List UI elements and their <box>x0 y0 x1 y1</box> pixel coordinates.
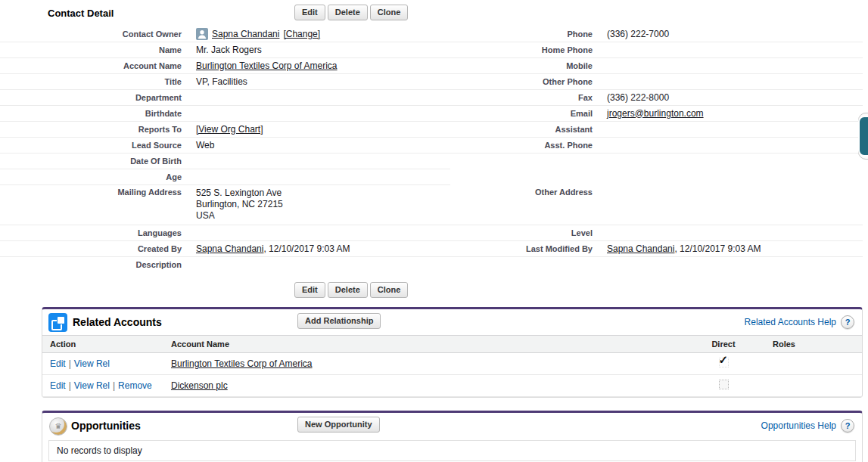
edit-button-bottom[interactable]: Edit <box>294 282 325 298</box>
field-label: Department <box>0 93 182 102</box>
add-relationship-button[interactable]: Add Relationship <box>297 313 381 329</box>
contact-detail-page: Contact Detail EditDeleteClone Contact O… <box>0 0 868 462</box>
field-row-title: Title VP, Facilities <box>0 74 450 90</box>
field-row-birthdate: Birthdate <box>0 106 450 122</box>
edit-action-link[interactable]: Edit <box>50 380 66 391</box>
column-header-account-name: Account Name <box>163 336 682 353</box>
field-row-contact-owner: Contact Owner Sapna Chandani [Change] <box>0 26 450 42</box>
pipe-separator: | <box>113 380 115 391</box>
user-avatar-icon <box>196 28 208 40</box>
field-value: (336) 222-8000 <box>607 92 669 104</box>
roles-cell <box>765 375 862 397</box>
field-row-phone: Phone (336) 222-7000 <box>450 26 863 42</box>
detail-left-column: Contact Owner Sapna Chandani [Change] Na… <box>0 26 450 272</box>
related-accounts-title: Related Accounts <box>73 316 162 328</box>
detail-right-column: Phone (336) 222-7000 Home Phone Mobile O… <box>450 26 863 272</box>
account-row-link[interactable]: Dickenson plc <box>171 380 228 391</box>
field-row-level: Level <box>450 225 863 241</box>
account-row-link[interactable]: Burlington Textiles Corp of America <box>171 358 313 369</box>
change-owner-link[interactable]: [Change] <box>283 29 320 40</box>
field-row-mailing-address: Mailing Address 525 S. Lexington Ave Bur… <box>0 185 450 225</box>
last-modified-by-link[interactable]: Sapna Chandani <box>607 243 674 254</box>
field-label: Asst. Phone <box>450 141 593 150</box>
column-header-action: Action <box>42 336 163 353</box>
field-row-age: Age <box>0 169 450 185</box>
opportunities-section: ♛ Opportunities New Opportunity Opportun… <box>42 411 863 462</box>
related-accounts-header: Related Accounts Add Relationship Relate… <box>42 309 862 335</box>
field-label: Name <box>0 45 182 54</box>
column-header-direct: Direct <box>682 336 765 353</box>
field-label: Date Of Birth <box>0 157 182 166</box>
new-opportunity-button[interactable]: New Opportunity <box>297 417 380 433</box>
help-icon[interactable]: ? <box>841 419 854 433</box>
roles-cell <box>765 353 862 375</box>
related-accounts-table: Action Account Name Direct Roles Edit|Vi… <box>42 335 862 397</box>
last-modified-datetime: , 12/10/2017 9:03 AM <box>674 243 761 254</box>
field-row-email: Email jrogers@burlington.com <box>450 106 863 122</box>
help-icon[interactable]: ? <box>841 315 854 329</box>
delete-button-bottom[interactable]: Delete <box>328 282 368 298</box>
opportunities-icon: ♛ <box>49 417 67 436</box>
field-label: Other Phone <box>450 77 593 86</box>
field-row-description: Description <box>0 257 450 272</box>
contact-owner-link[interactable]: Sapna Chandani <box>212 29 279 40</box>
field-row-reports-to: Reports To [View Org Chart] <box>0 122 450 138</box>
email-link[interactable]: jrogers@burlington.com <box>607 108 704 119</box>
field-label: Other Address <box>450 188 593 197</box>
field-row-fax: Fax (336) 222-8000 <box>450 90 863 106</box>
field-label: Title <box>0 77 182 86</box>
table-header-row: Action Account Name Direct Roles <box>42 336 862 353</box>
checkmark-icon: ✓ <box>719 353 729 367</box>
field-label: Mobile <box>450 61 593 70</box>
view-org-chart-link[interactable]: [View Org Chart] <box>196 124 263 135</box>
view-rel-action-link[interactable]: View Rel <box>74 380 110 391</box>
field-row-created-by: Created By Sapna Chandani, 12/10/2017 9:… <box>0 241 450 257</box>
field-row-assistant: Assistant <box>450 122 863 138</box>
detail-section: Contact Owner Sapna Chandani [Change] Na… <box>0 26 868 272</box>
field-row-other-address: Other Address <box>450 185 863 225</box>
field-label: Assistant <box>450 125 593 134</box>
page-title: Contact Detail <box>48 8 114 19</box>
field-label: Reports To <box>0 125 182 134</box>
field-label: Level <box>450 228 593 237</box>
clone-button-bottom[interactable]: Clone <box>370 282 409 298</box>
field-label: Email <box>450 109 593 118</box>
column-header-roles: Roles <box>765 336 862 353</box>
field-label: Account Name <box>0 61 182 70</box>
side-pull-tab[interactable] <box>858 116 868 157</box>
opportunities-header: ♛ Opportunities New Opportunity Opportun… <box>42 413 862 439</box>
related-accounts-help-link[interactable]: Related Accounts Help <box>745 317 836 327</box>
created-by-link[interactable]: Sapna Chandani <box>196 243 263 254</box>
field-row-lead-source: Lead Source Web <box>0 138 450 153</box>
field-label: Birthdate <box>0 109 182 118</box>
field-value: 525 S. Lexington Ave Burlington, NC 2721… <box>196 188 283 222</box>
remove-action-link[interactable]: Remove <box>118 380 152 391</box>
field-row-department: Department <box>0 90 450 106</box>
field-value: (336) 222-7000 <box>607 29 669 40</box>
field-row-last-modified-by: Last Modified By Sapna Chandani, 12/10/2… <box>450 241 863 257</box>
view-rel-action-link[interactable]: View Rel <box>74 358 110 369</box>
opportunities-help-link[interactable]: Opportunities Help <box>761 420 836 431</box>
field-row-asst-phone: Asst. Phone <box>450 138 863 153</box>
opportunities-body: No records to display <box>42 439 862 462</box>
field-row-name: Name Mr. Jack Rogers <box>0 42 450 58</box>
field-label: Lead Source <box>0 141 182 150</box>
field-label: Mailing Address <box>0 188 182 197</box>
account-name-link[interactable]: Burlington Textiles Corp of America <box>196 60 338 71</box>
detail-spacer <box>450 153 863 185</box>
edit-action-link[interactable]: Edit <box>50 358 66 369</box>
field-label: Fax <box>450 93 593 102</box>
direct-checkbox-checked: ✓ <box>719 358 729 367</box>
delete-button[interactable]: Delete <box>328 5 368 20</box>
field-label: Home Phone <box>450 45 593 54</box>
field-label: Last Modified By <box>450 244 593 253</box>
field-label: Contact Owner <box>0 29 182 39</box>
field-label: Description <box>0 260 182 269</box>
edit-button[interactable]: Edit <box>294 5 325 20</box>
clone-button[interactable]: Clone <box>370 5 409 20</box>
pipe-separator: | <box>69 358 71 369</box>
opportunities-title: Opportunities <box>71 420 141 432</box>
table-row: Edit|View Rel|Remove Dickenson plc <box>42 375 862 397</box>
related-accounts-icon <box>48 313 67 332</box>
created-by-datetime: , 12/10/2017 9:03 AM <box>263 243 350 254</box>
